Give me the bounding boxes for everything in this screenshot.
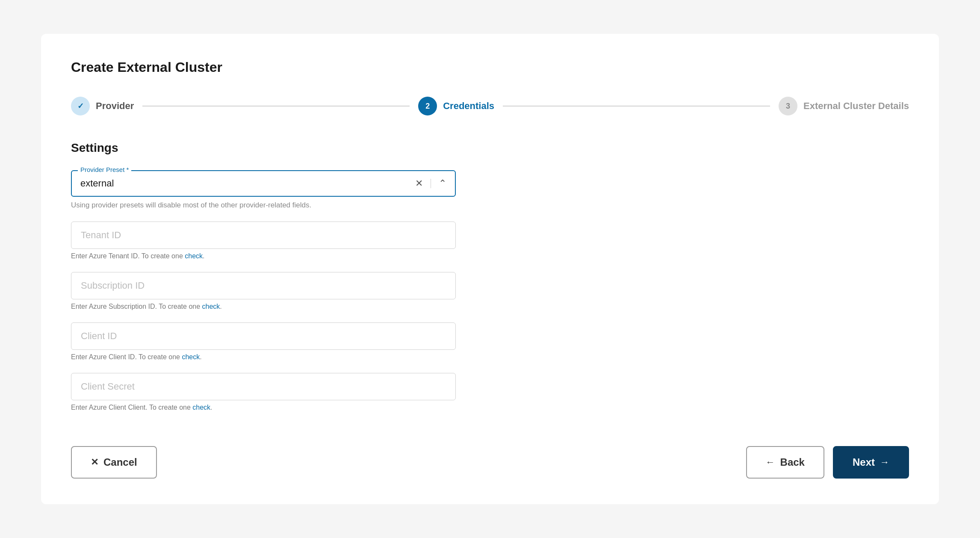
chevron-up-icon[interactable]: ⌃ <box>439 178 446 189</box>
step-external-label: External Cluster Details <box>803 101 909 112</box>
back-label: Back <box>780 456 805 468</box>
provider-preset-help: Using provider presets will disable most… <box>71 201 456 210</box>
back-arrow-icon: ← <box>766 457 775 468</box>
subscription-id-input[interactable] <box>71 272 456 299</box>
tenant-id-input[interactable] <box>71 222 456 249</box>
footer-right-buttons: ← Back Next → <box>746 446 909 479</box>
step-provider-circle: ✓ <box>71 97 90 115</box>
clear-icon[interactable]: ✕ <box>415 178 423 189</box>
cancel-icon: ✕ <box>91 457 98 468</box>
provider-preset-dropdown[interactable]: Provider Preset * external ✕ ⌃ <box>71 170 456 197</box>
dropdown-icons: ✕ ⌃ <box>415 178 446 189</box>
step-credentials-label: Credentials <box>443 101 494 112</box>
cancel-label: Cancel <box>103 456 137 468</box>
client-secret-check-link[interactable]: check <box>192 404 210 411</box>
tenant-id-group: Enter Azure Tenant ID. To create one che… <box>71 222 456 260</box>
dropdown-divider <box>431 179 431 188</box>
dropdown-content: external ✕ ⌃ <box>80 178 446 189</box>
step-credentials: 2 Credentials <box>418 97 494 115</box>
client-id-check-link[interactable]: check <box>182 353 200 361</box>
step-line-2 <box>503 106 770 106</box>
step-line-1 <box>142 106 410 106</box>
next-label: Next <box>853 456 875 468</box>
provider-preset-group: Provider Preset * external ✕ ⌃ Using pro… <box>71 170 456 210</box>
footer: ✕ Cancel ← Back Next → <box>71 425 909 479</box>
provider-preset-label: Provider Preset * <box>78 166 131 173</box>
subscription-id-check-link[interactable]: check <box>202 303 220 310</box>
tenant-id-check-link[interactable]: check <box>185 252 203 260</box>
stepper: ✓ Provider 2 Credentials 3 External Clus… <box>71 97 909 115</box>
next-arrow-icon: → <box>880 457 889 468</box>
client-id-group: Enter Azure Client ID. To create one che… <box>71 322 456 361</box>
client-id-input[interactable] <box>71 322 456 350</box>
step-external-cluster-details: 3 External Cluster Details <box>779 97 909 115</box>
next-button[interactable]: Next → <box>833 446 909 479</box>
client-secret-input[interactable] <box>71 373 456 400</box>
client-secret-help: Enter Azure Client Client. To create one… <box>71 404 456 411</box>
step-provider: ✓ Provider <box>71 97 134 115</box>
back-button[interactable]: ← Back <box>746 446 824 479</box>
page-title: Create External Cluster <box>71 59 909 75</box>
step-external-circle: 3 <box>779 97 797 115</box>
subscription-id-help: Enter Azure Subscription ID. To create o… <box>71 303 456 310</box>
settings-title: Settings <box>71 141 909 155</box>
step-provider-label: Provider <box>96 101 134 112</box>
client-id-help: Enter Azure Client ID. To create one che… <box>71 353 456 361</box>
subscription-id-group: Enter Azure Subscription ID. To create o… <box>71 272 456 310</box>
client-secret-group: Enter Azure Client Client. To create one… <box>71 373 456 411</box>
tenant-id-help: Enter Azure Tenant ID. To create one che… <box>71 252 456 260</box>
provider-preset-value: external <box>80 178 114 189</box>
cancel-button[interactable]: ✕ Cancel <box>71 446 157 479</box>
create-external-cluster-modal: Create External Cluster ✓ Provider 2 Cre… <box>41 34 939 504</box>
step-credentials-circle: 2 <box>418 97 437 115</box>
